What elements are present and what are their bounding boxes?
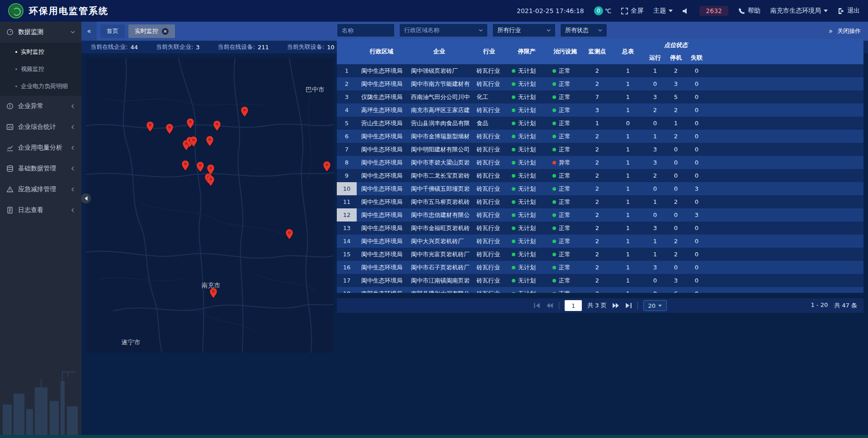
map-city-label: 遂宁市 <box>122 339 141 347</box>
table-row[interactable]: 18 南部生态环境局 南部县建兴水泥有限公 砖瓦行业 无计划 正常 2 1 0 … <box>337 287 863 293</box>
sidebar-group-应急减排管理[interactable]: 应急减排管理 <box>0 179 81 200</box>
chevron-down-icon <box>547 29 551 32</box>
cell-lost-count: 0 <box>686 120 707 127</box>
next-page-button[interactable] <box>612 302 619 309</box>
table-row[interactable]: 17 阆中生态环境局 阆中市江南镇阆南页岩 砖瓦行业 无计划 正常 2 1 0 … <box>337 274 863 287</box>
page-size-value: 20 <box>648 302 656 309</box>
close-tab-icon[interactable]: ✕ <box>162 28 169 35</box>
sidebar-group-数据监测[interactable]: 数据监测 <box>0 22 81 42</box>
scroll-tabs-left-button[interactable]: « <box>81 22 97 41</box>
map-pin-icon[interactable] <box>213 121 221 131</box>
map-canvas[interactable]: 巴中市南充市遂宁市 <box>86 58 334 353</box>
cell-stop-count: 0 <box>665 212 686 218</box>
chevron-down-icon <box>669 9 673 12</box>
sidebar-group-企业综合统计[interactable]: 企业综合统计 <box>0 117 81 137</box>
stat-label: 当前在线企业: <box>90 43 127 51</box>
fullscreen-button[interactable]: 全屏 <box>621 7 643 15</box>
industry-select[interactable]: 所有行业 <box>492 24 556 37</box>
alarm-speaker-button[interactable] <box>683 8 689 14</box>
table-row[interactable]: 15 阆中生态环境局 阆中市光富页岩机砖厂 砖瓦行业 无计划 正常 2 1 1 … <box>337 248 863 261</box>
sidebar-group-企业用电量分析[interactable]: 企业用电量分析 <box>0 137 81 158</box>
sidebar-item-视频监控[interactable]: 视频监控 <box>0 61 81 78</box>
cell-region: 阆中生态环境局 <box>357 132 406 141</box>
page-size-select[interactable]: 20 <box>643 300 667 311</box>
cell-run-count: 3 <box>645 146 665 153</box>
cell-facility-status: 正常 <box>547 198 583 206</box>
table-row[interactable]: 14 阆中生态环境局 阆中大兴页岩机砖厂 砖瓦行业 无计划 正常 2 1 1 2… <box>337 235 863 248</box>
table-row[interactable]: 13 阆中生态环境局 阆中市金福旺页岩机砖 砖瓦行业 无计划 正常 2 1 3 … <box>337 221 863 235</box>
table-row[interactable]: 1 阆中生态环境局 阆中强锐页岩砖厂 砖瓦行业 无计划 正常 2 1 1 2 0 <box>337 64 863 77</box>
map-pin-icon[interactable] <box>190 137 197 146</box>
map-pin-icon[interactable] <box>166 124 173 134</box>
map-pin-icon[interactable] <box>323 161 330 171</box>
cell-limit-status: 无计划 <box>506 93 547 101</box>
table-row[interactable]: 11 阆中生态环境局 阆中市五马桥页岩机砖 砖瓦行业 无计划 正常 2 1 1 … <box>337 195 863 208</box>
last-page-button[interactable] <box>625 302 632 309</box>
prev-page-button[interactable] <box>546 302 553 309</box>
range-text: 1 - 20 <box>811 301 828 310</box>
cell-company: 阆中市石子页岩机砖厂 <box>406 264 472 272</box>
tab-realtime-monitor[interactable]: 实时监控 ✕ <box>128 24 175 38</box>
cell-run-count: 0 <box>645 212 665 218</box>
map-pin-icon[interactable] <box>182 160 189 170</box>
chevron-icon <box>71 208 75 212</box>
map-pin-icon[interactable] <box>206 136 213 146</box>
sidebar-group-日志查看[interactable]: 日志查看 <box>0 200 81 221</box>
table-row[interactable]: 4 高坪生态环境局 南充市高坪区王家店建 砖瓦行业 无计划 正常 3 1 2 2… <box>337 104 863 117</box>
status-dot-icon <box>552 213 556 217</box>
table-row[interactable]: 3 仪陇生态环境局 西南油气田分公司川中 化工 无计划 正常 7 1 3 5 0 <box>337 90 863 104</box>
map-pin-icon[interactable] <box>241 107 248 117</box>
status-dot-icon <box>512 279 515 283</box>
table-row[interactable]: 12 阆中生态环境局 阆中市忠信建材有限公 砖瓦行业 无计划 正常 2 1 0 … <box>337 208 863 221</box>
table-row[interactable]: 9 阆中生态环境局 阆中市二龙长宝页岩砖 砖瓦行业 无计划 正常 2 1 2 0… <box>337 169 863 182</box>
total-pages-label: 共 3 页 <box>587 301 607 310</box>
help-button[interactable]: 帮助 <box>738 7 760 15</box>
table-header: 行政区域 企业 行业 停限产 治污设施 监测点 总表 点位状态 运行 停机 失联 <box>337 39 863 64</box>
map-pin-icon[interactable] <box>187 118 194 128</box>
region-select[interactable]: 行政区域名称 <box>399 24 488 37</box>
table-row[interactable]: 16 阆中生态环境局 阆中市石子页岩机砖厂 砖瓦行业 无计划 正常 2 1 3 … <box>337 261 863 274</box>
sidebar-item-实时监控[interactable]: 实时监控 <box>0 43 81 61</box>
theme-menu[interactable]: 主题 <box>653 7 673 15</box>
speaker-icon <box>683 8 689 14</box>
map-pin-icon[interactable] <box>207 176 214 186</box>
header-lost: 失联 <box>686 52 707 64</box>
table-row[interactable]: 10 阆中生态环境局 阆中千佛镇五郎垭页岩 砖瓦行业 无计划 正常 2 1 0 … <box>337 182 863 195</box>
org-menu[interactable]: 南充市生态环境局 <box>770 7 828 15</box>
tab-home[interactable]: 首页 <box>100 24 125 38</box>
first-page-button[interactable] <box>533 302 541 309</box>
map-pin-icon[interactable] <box>286 229 293 239</box>
cell-industry: 砖瓦行业 <box>472 106 506 114</box>
row-index: 15 <box>337 248 357 261</box>
cell-facility-status: 正常 <box>547 250 583 259</box>
cell-monitor-count: 2 <box>583 212 611 218</box>
map-collapse-button[interactable] <box>81 193 91 203</box>
sidebar-group-企业异常[interactable]: 企业异常 <box>0 96 81 117</box>
sidebar-item-企业电力负荷明细[interactable]: 企业电力负荷明细 <box>0 78 81 95</box>
cell-limit-status: 无计划 <box>506 211 547 219</box>
table-row[interactable]: 5 营山生态环境局 营山县润丰肉食品有限 食品 无计划 正常 1 0 0 1 0 <box>337 117 863 130</box>
status-dot-icon <box>552 161 556 165</box>
cell-facility-status: 正常 <box>547 93 583 101</box>
table-row[interactable]: 7 阆中生态环境局 阆中明阳建材有限公司 砖瓦行业 无计划 正常 2 1 3 0… <box>337 143 863 156</box>
cell-stop-count: 3 <box>665 80 686 87</box>
table-row[interactable]: 2 阆中生态环境局 阆中市南方节能建材有 砖瓦行业 无计划 正常 2 1 0 3… <box>337 77 863 90</box>
name-search-input[interactable] <box>337 24 395 37</box>
cell-run-count: 2 <box>645 107 665 113</box>
page-number-input[interactable] <box>565 300 582 311</box>
logout-button[interactable]: 退出 <box>838 7 860 15</box>
sidebar-group-基础数据管理[interactable]: 基础数据管理 <box>0 158 81 179</box>
table-row[interactable]: 8 阆中生态环境局 阆中市枣碧大梁山页岩 砖瓦行业 无计划 异常 2 1 3 0… <box>337 156 863 169</box>
cell-region: 南部生态环境局 <box>357 290 406 293</box>
cell-region: 阆中生态环境局 <box>357 250 406 259</box>
map-pin-icon[interactable] <box>197 162 204 172</box>
alarm-count-badge[interactable]: 2632 <box>699 6 728 16</box>
status-select[interactable]: 所有状态 <box>560 24 607 37</box>
cell-industry: 砖瓦行业 <box>472 277 506 285</box>
cell-stop-count: 0 <box>665 225 686 231</box>
divider <box>559 302 559 309</box>
cell-stop-count: 2 <box>665 107 686 113</box>
table-row[interactable]: 6 阆中生态环境局 阆中市金博瑞新型墙材 砖瓦行业 无计划 正常 2 1 1 2… <box>337 130 863 143</box>
header-stop: 停机 <box>665 52 686 64</box>
map-pin-icon[interactable] <box>146 122 154 132</box>
